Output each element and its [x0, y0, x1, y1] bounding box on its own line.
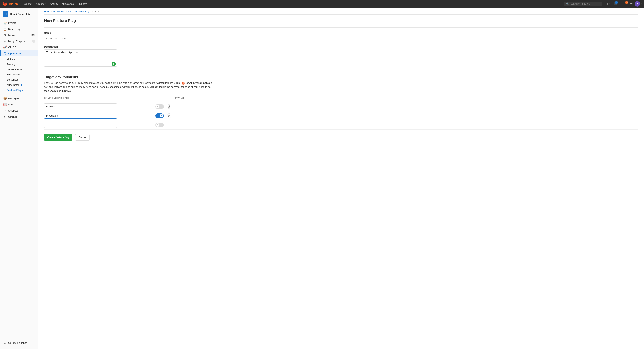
create-feature-flag-button[interactable]: Create feature flag — [44, 134, 72, 141]
help-button[interactable]: ? ▾ — [629, 2, 634, 6]
nav-groups[interactable]: Groups ▾ — [35, 2, 48, 6]
page-title: New Feature Flag — [44, 19, 638, 23]
breadcrumb: H5bp › Html5 Boilerplate › Feature Flags… — [44, 8, 638, 15]
toggle-wrapper-3: ✕ — [155, 123, 164, 127]
search-bar[interactable]: 🔍 Search or jump to... — [564, 2, 602, 6]
sidebar-subitem-environments[interactable]: Environments — [0, 67, 38, 72]
target-env-description: Feature Flag behavior is built up by cre… — [44, 81, 217, 93]
nav-activity[interactable]: Activity — [48, 2, 60, 6]
env-remove-button-1[interactable]: ⊗ — [167, 104, 172, 109]
target-env-title: Target environments — [44, 75, 638, 79]
form-actions: Create feature flag Cancel — [44, 134, 638, 141]
merge-requests-icon: ⑃ — [3, 40, 7, 43]
breadcrumb-sep-2: › — [73, 10, 74, 13]
env-remove-button-2[interactable]: ⊗ — [167, 113, 172, 118]
description-label: Description — [44, 45, 638, 48]
env-row-3: ✕ — [44, 120, 638, 130]
sidebar-item-repository[interactable]: 📋 Repository — [0, 26, 38, 32]
nav-projects[interactable]: Projects ▾ — [20, 2, 34, 6]
todos-button[interactable]: ☑ 20 — [624, 1, 628, 6]
collapse-sidebar-button[interactable]: « Collapse sidebar — [0, 340, 38, 346]
env-spec-input-3[interactable] — [44, 122, 117, 128]
brand-logo[interactable]: GitLab — [2, 1, 18, 7]
project-avatar: H — [3, 11, 8, 17]
sidebar-item-packages[interactable]: 📦 Packages — [0, 95, 38, 101]
nav-snippets[interactable]: Snippets — [76, 2, 89, 6]
issues-badge: 11 — [615, 1, 618, 4]
toggle-knob-3: ✕ — [156, 123, 159, 127]
env-table-header: Environment Spec Status — [44, 97, 638, 101]
sidebar-item-project[interactable]: 🏠 Project — [0, 20, 38, 26]
sidebar-item-issues[interactable]: ◎ Issues 13 — [0, 32, 38, 38]
breadcrumb-new: New — [94, 10, 99, 13]
sidebar-item-ci-cd[interactable]: 🚀 CI / CD — [0, 44, 38, 50]
nav-milestones[interactable]: Milestones — [60, 2, 75, 6]
repository-icon: 📋 — [3, 27, 7, 31]
collapse-icon: « — [3, 341, 7, 344]
sidebar-item-operations[interactable]: ⬡ Operations — [0, 50, 38, 57]
toggle-x-icon-3: ✕ — [157, 124, 158, 126]
description-wrapper: G — [44, 49, 117, 67]
sidebar-subitem-error-tracking[interactable]: Error Tracking — [0, 72, 38, 77]
sidebar-project[interactable]: H Html5 Boilerplate — [0, 9, 38, 19]
kubernetes-dot-badge — [21, 84, 22, 86]
sidebar-subitem-serverless[interactable]: Serverless — [0, 77, 38, 82]
description-field-group: Description G — [44, 45, 638, 67]
toggle-slider-1: ✕ — [155, 104, 164, 109]
remove-icon-1: ⊗ — [168, 104, 171, 109]
form-actions-left: Create feature flag Cancel — [44, 134, 90, 141]
toggle-knob-2: ✓ — [160, 114, 163, 118]
todos-badge: 20 — [625, 1, 628, 4]
grammarly-icon: G — [112, 62, 116, 66]
toggle-knob-1: ✕ — [156, 105, 159, 108]
toggle-slider-3: ✕ — [155, 123, 164, 127]
remove-icon-2: ⊗ — [168, 114, 171, 118]
sidebar-subitem-metrics[interactable]: Metrics — [0, 57, 38, 62]
name-input[interactable] — [44, 36, 117, 42]
sidebar: H Html5 Boilerplate 🏠 Project 📋 Reposito… — [0, 8, 38, 349]
settings-icon: ⚙ — [3, 115, 7, 118]
breadcrumb-h5bp[interactable]: H5bp — [44, 10, 50, 13]
toggle-wrapper-2: ✓ — [155, 113, 164, 118]
issues-button[interactable]: ⬛ 11 — [612, 1, 618, 6]
env-spec-input-1[interactable] — [44, 104, 117, 109]
name-field-group: Name — [44, 32, 638, 42]
toggle-1[interactable]: ✕ — [155, 104, 164, 109]
toggle-slider-2: ✓ — [155, 113, 164, 118]
main-content: H5bp › Html5 Boilerplate › Feature Flags… — [38, 8, 644, 349]
sidebar-item-settings[interactable]: ⚙ Settings — [0, 114, 38, 120]
issues-icon: ◎ — [3, 34, 7, 37]
breadcrumb-feature-flags[interactable]: Feature Flags — [75, 10, 91, 13]
sidebar-subitem-feature-flags[interactable]: Feature Flags — [0, 88, 38, 93]
breadcrumb-project[interactable]: Html5 Boilerplate — [53, 10, 72, 13]
toggle-3[interactable]: ✕ — [155, 123, 164, 127]
toggle-2[interactable]: ✓ — [155, 113, 164, 118]
sidebar-subitem-kubernetes[interactable]: Kubernetes — [0, 82, 38, 88]
plus-dropdown-button[interactable]: ＋ ▾ — [605, 1, 612, 7]
avatar-dropdown[interactable]: ▾ — [641, 3, 642, 5]
ci-cd-icon: 🚀 — [3, 46, 7, 49]
wildcard-icon: ✱ — [182, 82, 185, 85]
sidebar-item-snippets[interactable]: ✂ Snippets — [0, 108, 38, 114]
name-label: Name — [44, 32, 638, 34]
breadcrumb-sep-3: › — [92, 10, 93, 13]
user-avatar[interactable]: A — [634, 1, 640, 7]
merge-requests-button[interactable]: ↑ — [619, 2, 623, 6]
env-spec-input-2[interactable] — [44, 113, 117, 119]
sidebar-item-merge-requests[interactable]: ⑃ Merge Requests 1 — [0, 38, 38, 44]
col-status-header: Status — [174, 97, 209, 99]
breadcrumb-sep-1: › — [51, 10, 52, 13]
sidebar-item-wiki[interactable]: 📖 Wiki — [0, 101, 38, 108]
col-env-spec-header: Environment Spec — [44, 97, 136, 99]
issues-count-badge: 13 — [31, 34, 36, 37]
sidebar-subitem-tracing[interactable]: Tracing — [0, 62, 38, 67]
snippets-icon: ✂ — [3, 109, 7, 112]
cancel-button[interactable]: Cancel — [75, 134, 89, 141]
project-icon: 🏠 — [3, 21, 7, 25]
inactive-text: Inactive — [61, 90, 70, 92]
wiki-icon: 📖 — [3, 103, 7, 106]
description-textarea[interactable] — [44, 49, 117, 67]
merge-requests-count-badge: 1 — [32, 40, 36, 43]
operations-icon: ⬡ — [3, 52, 7, 55]
packages-icon: 📦 — [3, 97, 7, 100]
